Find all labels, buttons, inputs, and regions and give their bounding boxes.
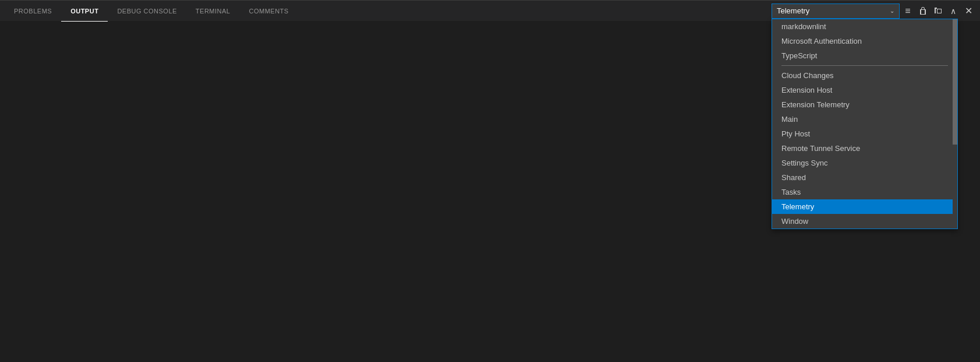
output-source-dropdown[interactable]: Telemetry ⌄ <box>772 3 900 19</box>
close-icon[interactable]: ✕ <box>961 4 975 18</box>
dropdown-selected-label: Telemetry <box>777 6 809 15</box>
dropdown-menu: markdownlint Microsoft Authentication Ty… <box>772 19 958 229</box>
copy-icon[interactable] <box>931 4 945 18</box>
output-source-dropdown-wrapper: Telemetry ⌄ markdownlint Microsoft Authe… <box>772 3 900 19</box>
dropdown-item-telemetry[interactable]: Telemetry <box>772 199 957 214</box>
tab-actions: Telemetry ⌄ markdownlint Microsoft Authe… <box>772 3 975 19</box>
tab-debug-console[interactable]: DEBUG CONSOLE <box>108 1 186 22</box>
dropdown-item-markdownlint[interactable]: markdownlint <box>772 19 957 34</box>
tab-list: PROBLEMS OUTPUT DEBUG CONSOLE TERMINAL C… <box>5 1 772 22</box>
scrollbar-track <box>953 19 957 229</box>
dropdown-item-pty-host[interactable]: Pty Host <box>772 126 957 141</box>
dropdown-item-shared[interactable]: Shared <box>772 170 957 185</box>
tab-bar: PROBLEMS OUTPUT DEBUG CONSOLE TERMINAL C… <box>0 0 980 21</box>
dropdown-item-typescript[interactable]: TypeScript <box>772 48 957 63</box>
tab-comments[interactable]: COMMENTS <box>239 1 298 22</box>
dropdown-item-main[interactable]: Main <box>772 112 957 126</box>
dropdown-item-tasks[interactable]: Tasks <box>772 185 957 199</box>
dropdown-item-settings-sync[interactable]: Settings Sync <box>772 156 957 170</box>
dropdown-item-window[interactable]: Window <box>772 214 957 229</box>
lock-icon[interactable] <box>916 4 930 18</box>
filter-icon[interactable]: ≡ <box>901 4 915 18</box>
panel-container: PROBLEMS OUTPUT DEBUG CONSOLE TERMINAL C… <box>0 0 980 362</box>
dropdown-item-microsoft-auth[interactable]: Microsoft Authentication <box>772 34 957 48</box>
chevron-up-icon[interactable]: ∧ <box>946 4 960 18</box>
dropdown-item-extension-telemetry[interactable]: Extension Telemetry <box>772 97 957 112</box>
dropdown-item-cloud-changes[interactable]: Cloud Changes <box>772 68 957 83</box>
dropdown-item-extension-host[interactable]: Extension Host <box>772 83 957 97</box>
dropdown-chevron-icon: ⌄ <box>890 8 894 14</box>
scrollbar-thumb[interactable] <box>953 19 957 145</box>
dropdown-separator <box>781 65 948 66</box>
tab-terminal[interactable]: TERMINAL <box>186 1 240 22</box>
tab-output[interactable]: OUTPUT <box>61 1 108 22</box>
dropdown-item-remote-tunnel[interactable]: Remote Tunnel Service <box>772 141 957 156</box>
tab-problems[interactable]: PROBLEMS <box>5 1 61 22</box>
